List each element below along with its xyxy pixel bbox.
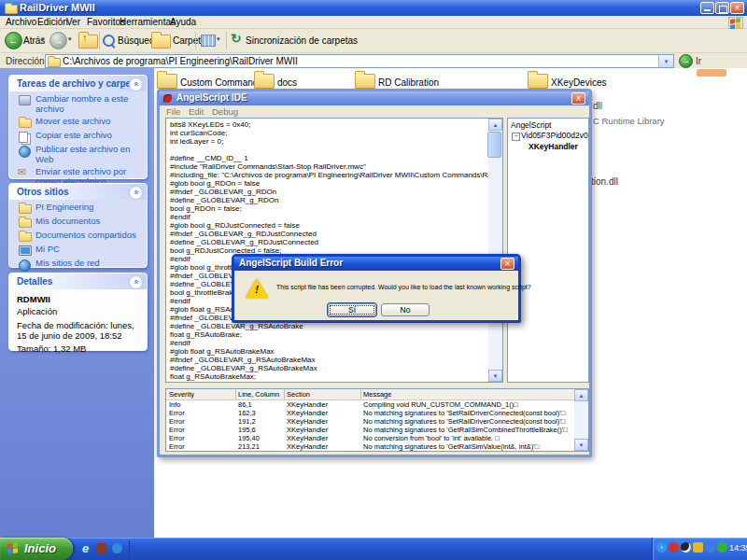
- tray-icon[interactable]: [693, 542, 703, 553]
- place-documentos-compartidos[interactable]: Documentos compartidos: [15, 231, 143, 242]
- scroll-down-icon[interactable]: ▼: [574, 439, 588, 451]
- severity-cell: Error: [169, 409, 185, 417]
- scroll-up-icon[interactable]: ▲: [574, 389, 588, 401]
- menu-herramientas[interactable]: Herramientas: [120, 17, 176, 27]
- task-publish[interactable]: Publicar este archivo en Web: [15, 145, 143, 164]
- task-move[interactable]: Mover este archivo: [15, 117, 143, 128]
- address-input[interactable]: C:\Archivos de programa\PI Engineering\R…: [45, 54, 674, 68]
- tray-icon[interactable]: [717, 542, 727, 553]
- task-label: Cambiar nombre a este archivo: [35, 94, 143, 114]
- close-button[interactable]: ×: [730, 2, 744, 14]
- folder-xkeydevices[interactable]: XKeyDevices: [551, 77, 606, 88]
- sync-label[interactable]: Sincronización de carpetas: [246, 35, 358, 46]
- place-pi-engineering[interactable]: PI Engineering: [15, 203, 143, 214]
- explorer-addressbar: Dirección C:\Archivos de programa\PI Eng…: [0, 53, 747, 69]
- minimize-button[interactable]: [700, 2, 714, 14]
- back-icon[interactable]: ←: [5, 32, 22, 49]
- task-rename[interactable]: Cambiar nombre a este archivo: [15, 94, 143, 114]
- folder-icon[interactable]: [157, 74, 177, 89]
- tray-icon[interactable]: [705, 542, 715, 553]
- folder-icon: [5, 5, 18, 14]
- tree-device-node[interactable]: Vid05F3Pid00d2v0350Uid: [521, 131, 589, 140]
- warning-icon: !: [246, 279, 268, 299]
- yes-button[interactable]: Sí: [328, 303, 376, 316]
- forward-icon[interactable]: →: [49, 32, 67, 49]
- tray-icon[interactable]: [681, 542, 691, 553]
- tray-icon[interactable]: [669, 542, 679, 553]
- scrollbar-thumb[interactable]: [487, 132, 501, 158]
- tree-handler-node[interactable]: XKeyHandler: [529, 142, 578, 151]
- collapse-chevron-icon[interactable]: «: [129, 275, 143, 289]
- folder-icon[interactable]: [355, 74, 375, 89]
- collapse-chevron-icon[interactable]: «: [129, 186, 143, 200]
- section-cell: XKeyHandler: [287, 409, 328, 417]
- back-dropdown-icon[interactable]: ▾: [41, 35, 45, 43]
- start-button[interactable]: Inicio: [0, 538, 73, 560]
- partial-file-label[interactable]: dll: [593, 101, 602, 111]
- quicklaunch-ie-icon[interactable]: e: [82, 541, 89, 555]
- error-list-header[interactable]: Severity Line, Column Section Message: [166, 389, 588, 400]
- restore-button[interactable]: [715, 2, 729, 14]
- place-mis-sitios-de-red[interactable]: Mis sitios de red: [15, 259, 143, 270]
- menu-archivo[interactable]: Archivo: [6, 17, 36, 27]
- place-mis-documentos[interactable]: Mis documentos: [15, 217, 143, 228]
- details-header[interactable]: Detalles «: [9, 273, 147, 289]
- folders-view-icon[interactable]: [151, 35, 171, 49]
- views-dropdown-icon[interactable]: ▾: [217, 35, 220, 43]
- go-label[interactable]: Ir: [696, 56, 701, 66]
- col-severity[interactable]: Severity: [169, 390, 194, 399]
- forward-dropdown-icon[interactable]: ▾: [68, 35, 72, 43]
- code-editor[interactable]: bits8 XKeyLEDs = 0x40; int curScanCode; …: [165, 118, 503, 383]
- folder-icon[interactable]: [528, 74, 548, 89]
- folder-icon[interactable]: [254, 74, 275, 89]
- line-cell: 195,6: [238, 426, 256, 434]
- ide-titlebar[interactable]: AngelScript IDE ×: [160, 91, 589, 105]
- other-places-header[interactable]: Otros sitios «: [9, 184, 147, 200]
- ide-menu-edit[interactable]: Edit: [189, 106, 204, 117]
- collapse-chevron-icon[interactable]: «: [129, 77, 143, 91]
- col-message[interactable]: Message: [363, 390, 391, 399]
- address-dropdown-icon[interactable]: ▾: [658, 55, 673, 67]
- dialog-titlebar[interactable]: AngelScript Build Error ×: [234, 257, 518, 271]
- ide-menu-file[interactable]: File: [166, 106, 180, 117]
- folder-rd-calibration[interactable]: RD Calibration: [378, 77, 439, 88]
- col-line-column[interactable]: Line, Column: [238, 390, 279, 399]
- script-tree-panel: AngelScript − Vid05F3Pid00d2v0350Uid XKe…: [507, 118, 589, 383]
- ide-menu-debug[interactable]: Debug: [212, 106, 238, 117]
- menu-edicion[interactable]: Edición: [37, 17, 68, 27]
- file-tasks-header[interactable]: Tareas de archivo y carpeta «: [9, 76, 147, 91]
- partial-file-label[interactable]: tion.dll: [591, 176, 618, 187]
- explorer-titlebar[interactable]: RailDriver MWII ×: [0, 0, 747, 16]
- section-cell: XKeyHandler: [287, 451, 328, 452]
- clock: 14:35: [729, 543, 747, 553]
- tree-collapse-icon[interactable]: −: [512, 133, 520, 141]
- folder-docs[interactable]: docs: [277, 77, 297, 88]
- menu-ver[interactable]: Ver: [66, 17, 80, 27]
- scroll-up-icon[interactable]: ▲: [488, 119, 502, 131]
- file-tasks-box: Tareas de archivo y carpeta « Cambiar no…: [8, 75, 148, 179]
- tray-hide-icon[interactable]: ‹: [656, 542, 667, 553]
- no-button[interactable]: No: [381, 303, 430, 316]
- dialog-close-button[interactable]: ×: [500, 258, 514, 270]
- folder-icon: [19, 204, 32, 214]
- windows-logo-icon: [728, 17, 743, 29]
- file-tasks-title: Tareas de archivo y carpeta: [17, 78, 139, 89]
- editor-scrollbar[interactable]: [488, 119, 502, 382]
- sync-icon[interactable]: ↻: [231, 31, 242, 46]
- tree-root[interactable]: AngelScript: [511, 120, 551, 130]
- scroll-down-icon[interactable]: ▼: [488, 370, 502, 382]
- place-mi-pc[interactable]: Mi PC: [15, 245, 143, 256]
- ide-close-button[interactable]: ×: [571, 92, 585, 105]
- task-copy[interactable]: Copiar este archivo: [15, 131, 143, 142]
- search-icon[interactable]: [103, 35, 115, 47]
- quicklaunch-app-icon[interactable]: [112, 543, 122, 553]
- go-icon[interactable]: →: [679, 54, 693, 68]
- toolbar-separator: [195, 32, 196, 49]
- quicklaunch-app-icon[interactable]: [96, 543, 106, 553]
- menu-ayuda[interactable]: Ayuda: [170, 17, 196, 27]
- build-error-dialog: AngelScript Build Error × ! This script …: [232, 254, 521, 323]
- views-icon[interactable]: [201, 35, 216, 47]
- folder-custom-commands[interactable]: Custom Commands: [180, 77, 262, 88]
- col-section[interactable]: Section: [287, 390, 310, 399]
- partial-file-label[interactable]: C Runtime Library: [593, 116, 665, 126]
